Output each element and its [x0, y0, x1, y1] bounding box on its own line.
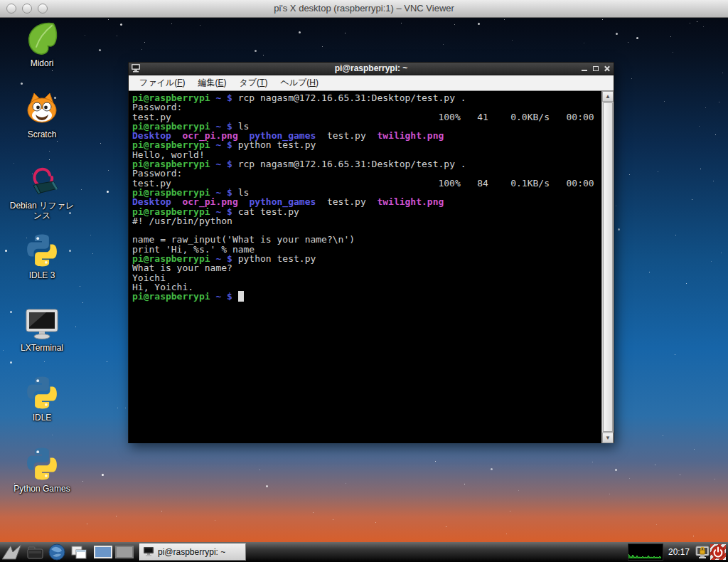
- monitor-icon: [23, 304, 60, 341]
- minimize-button[interactable]: [581, 65, 588, 72]
- desktop-icon-label: IDLE 3: [8, 270, 76, 280]
- terminal-window-title: pi@raspberrypi: ~: [129, 63, 614, 75]
- lxde-logo-icon: [1, 544, 23, 561]
- terminal-window: pi@raspberrypi: ~ ファイル(F) 編集(E) タブ(T) ヘル…: [128, 62, 614, 443]
- workspace-2[interactable]: [115, 546, 134, 558]
- desktop-icon-python-games[interactable]: Python Games: [8, 445, 76, 494]
- vnc-titlebar: pi's X desktop (raspberrypi:1) – VNC Vie…: [0, 0, 728, 18]
- task-button-label: pi@raspberrypi: ~: [158, 547, 225, 557]
- scroll-down-arrow[interactable]: ▼: [602, 433, 614, 443]
- terminal-menubar: ファイル(F) 編集(E) タブ(T) ヘルプ(H): [129, 75, 614, 91]
- globe-icon: [48, 544, 65, 561]
- menu-edit[interactable]: 編集(E): [191, 75, 232, 90]
- screen-lock-button[interactable]: [695, 544, 710, 560]
- shutdown-button[interactable]: [710, 544, 726, 560]
- desktop-icon-scratch[interactable]: Scratch: [8, 91, 76, 139]
- terminal-scrollbar: ▲ ▼: [601, 91, 614, 443]
- vnc-window-title: pi's X desktop (raspberrypi:1) – VNC Vie…: [0, 0, 728, 17]
- python-logo-icon: [23, 232, 60, 269]
- python-logo-icon: [23, 445, 60, 482]
- scratch-cat-icon: [23, 91, 60, 128]
- desktop-icon-label: LXTerminal: [8, 343, 76, 353]
- taskbar: pi@raspberrypi: ~ 20:17: [0, 542, 728, 562]
- desktop-icon-midori[interactable]: Midori: [8, 20, 76, 68]
- desktop-icon-idle3[interactable]: IDLE 3: [8, 232, 76, 280]
- taskbar-task-button[interactable]: pi@raspberrypi: ~: [139, 544, 246, 561]
- screen-lock-icon: [695, 544, 710, 560]
- desktop-icon-label: Midori: [8, 58, 76, 68]
- scroll-up-arrow[interactable]: ▲: [602, 91, 614, 102]
- file-manager-button[interactable]: [27, 544, 44, 560]
- desktop-icon-label: Debian リファレンス: [8, 201, 76, 221]
- desktop-icon-label: IDLE: [8, 413, 76, 423]
- vnc-viewer-window: { "vnc": { "title": "pi's X desktop (ras…: [0, 0, 728, 562]
- workspace-1[interactable]: [94, 546, 112, 558]
- menu-file[interactable]: ファイル(F): [133, 75, 191, 90]
- midori-leaf-icon: [23, 20, 60, 57]
- file-manager-icon: [27, 544, 44, 560]
- cpu-usage-monitor: [628, 544, 663, 561]
- desktop-icon-label: Scratch: [8, 129, 76, 139]
- desktop-icon-label: Python Games: [8, 484, 76, 494]
- lxde-menu-button[interactable]: [1, 544, 23, 561]
- menu-tabs[interactable]: タブ(T): [232, 75, 274, 90]
- terminal-task-icon: [143, 547, 154, 557]
- desktop-icon-idle[interactable]: IDLE: [8, 374, 76, 423]
- iconify-windows-button[interactable]: [70, 544, 88, 561]
- web-browser-button[interactable]: [48, 544, 65, 561]
- workspace-pager: [94, 546, 134, 558]
- terminal-screen[interactable]: pi@raspberrypi ~ $ rcp nagasm@172.16.65.…: [129, 91, 602, 443]
- taskbar-clock[interactable]: 20:17: [668, 547, 690, 557]
- desktop-icon-debian-reference[interactable]: Debian リファレンス: [8, 162, 76, 221]
- debian-swirl-book-icon: [23, 162, 60, 199]
- close-button[interactable]: [604, 65, 611, 72]
- maximize-button[interactable]: [592, 65, 599, 72]
- desktop-icon-lxterminal[interactable]: LXTerminal: [8, 304, 76, 353]
- windows-icon: [70, 544, 88, 561]
- python-logo-icon: [23, 374, 60, 411]
- terminal-titlebar[interactable]: pi@raspberrypi: ~: [129, 63, 614, 75]
- scrollbar-thumb[interactable]: [603, 102, 613, 432]
- power-icon: [710, 544, 726, 560]
- menu-help[interactable]: ヘルプ(H): [274, 75, 325, 90]
